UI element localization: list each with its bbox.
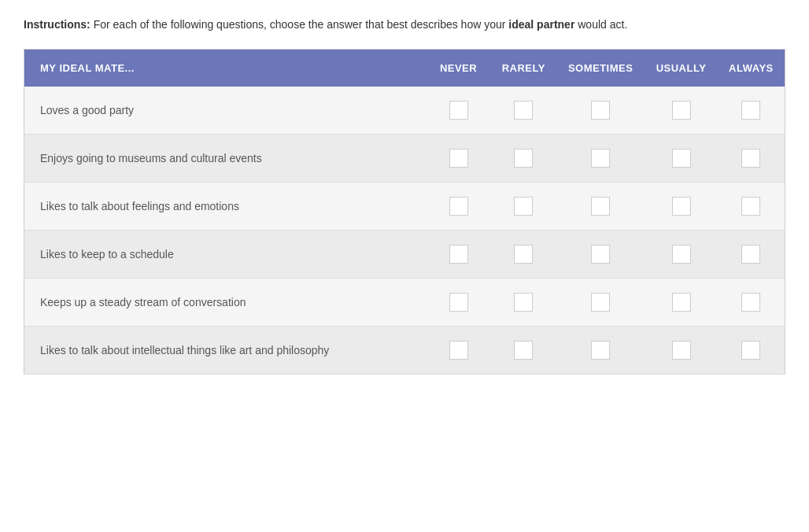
cell-sometimes [556,87,645,135]
checkbox-always[interactable] [741,197,760,216]
cell-rarely [490,279,556,327]
col-header-label: MY IDEAL MATE... [24,50,427,87]
checkbox-usually[interactable] [672,341,691,360]
col-header-never: NEVER [427,50,491,87]
checkbox-always[interactable] [741,341,760,360]
cell-always [718,327,785,375]
cell-never [427,279,491,327]
checkbox-rarely[interactable] [514,149,533,168]
checkbox-sometimes[interactable] [591,245,610,264]
cell-sometimes [556,231,645,279]
checkbox-rarely[interactable] [514,245,533,264]
cell-usually [645,183,718,231]
table-row: Likes to talk about intellectual things … [24,327,785,375]
row-label: Likes to talk about feelings and emotion… [24,183,427,231]
table-row: Loves a good party [24,87,785,135]
cell-sometimes [556,279,645,327]
checkbox-sometimes[interactable] [591,101,610,120]
ideal-partner-emphasis: ideal partner [508,18,574,31]
col-header-rarely: RARELY [490,50,556,87]
row-label: Likes to talk about intellectual things … [24,327,427,375]
checkbox-rarely[interactable] [514,197,533,216]
checkbox-usually[interactable] [672,293,691,312]
cell-rarely [490,87,556,135]
cell-usually [645,327,718,375]
cell-usually [645,279,718,327]
checkbox-rarely[interactable] [514,101,533,120]
cell-always [718,279,785,327]
table-row: Likes to talk about feelings and emotion… [24,183,785,231]
cell-never [427,135,491,183]
cell-never [427,183,491,231]
row-label: Loves a good party [24,87,427,135]
checkbox-always[interactable] [741,149,760,168]
cell-always [718,231,785,279]
cell-rarely [490,183,556,231]
checkbox-rarely[interactable] [514,293,533,312]
cell-never [427,327,491,375]
checkbox-sometimes[interactable] [591,341,610,360]
row-label: Enjoys going to museums and cultural eve… [24,135,427,183]
cell-sometimes [556,183,645,231]
cell-usually [645,135,718,183]
instructions-label: Instructions: [24,18,91,31]
cell-always [718,183,785,231]
checkbox-never[interactable] [449,197,468,216]
checkbox-sometimes[interactable] [591,293,610,312]
cell-always [718,135,785,183]
checkbox-never[interactable] [449,341,468,360]
table-row: Likes to keep to a schedule [24,231,785,279]
survey-table: MY IDEAL MATE... NEVER RARELY SOMETIMES … [24,49,785,375]
table-row: Enjoys going to museums and cultural eve… [24,135,785,183]
row-label: Keeps up a steady stream of conversation [24,279,427,327]
checkbox-rarely[interactable] [514,341,533,360]
table-header-row: MY IDEAL MATE... NEVER RARELY SOMETIMES … [24,50,785,87]
checkbox-always[interactable] [741,245,760,264]
row-label: Likes to keep to a schedule [24,231,427,279]
instructions-text: Instructions: For each of the following … [24,16,785,33]
cell-usually [645,231,718,279]
checkbox-always[interactable] [741,101,760,120]
cell-sometimes [556,135,645,183]
table-row: Keeps up a steady stream of conversation [24,279,785,327]
checkbox-sometimes[interactable] [591,197,610,216]
checkbox-never[interactable] [449,293,468,312]
cell-rarely [490,327,556,375]
col-header-usually: USUALLY [645,50,718,87]
checkbox-usually[interactable] [672,149,691,168]
checkbox-always[interactable] [741,293,760,312]
checkbox-usually[interactable] [672,197,691,216]
cell-rarely [490,231,556,279]
cell-never [427,87,491,135]
checkbox-never[interactable] [449,245,468,264]
checkbox-usually[interactable] [672,101,691,120]
col-header-always: ALWAYS [718,50,785,87]
cell-usually [645,87,718,135]
cell-sometimes [556,327,645,375]
cell-never [427,231,491,279]
checkbox-never[interactable] [449,101,468,120]
cell-always [718,87,785,135]
col-header-sometimes: SOMETIMES [556,50,645,87]
checkbox-never[interactable] [449,149,468,168]
checkbox-usually[interactable] [672,245,691,264]
cell-rarely [490,135,556,183]
checkbox-sometimes[interactable] [591,149,610,168]
